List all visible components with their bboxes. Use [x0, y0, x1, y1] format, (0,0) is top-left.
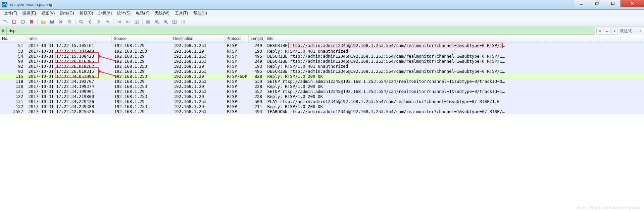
toolbar-autoscroll-icon[interactable]: [133, 18, 141, 26]
toolbar-find-icon[interactable]: [77, 18, 85, 26]
toolbar-colorize-icon[interactable]: [144, 18, 152, 26]
column-header-time[interactable]: Time: [26, 35, 112, 43]
toolbar-stop-icon[interactable]: [28, 18, 36, 26]
toolbar-goto-icon[interactable]: [103, 18, 111, 26]
packet-row[interactable]: 92 2017-10-31 17:22:26.018762 192.168.1.…: [0, 64, 644, 69]
cell-len: 828: [249, 74, 265, 79]
cell-len: 193: [249, 49, 265, 54]
column-header-len[interactable]: Length: [249, 35, 265, 43]
column-header-src[interactable]: Source: [112, 35, 171, 43]
packet-row[interactable]: 3557 2017-10-31 17:22:42.825526 192.168.…: [0, 109, 644, 114]
svg-rect-12: [146, 21, 150, 22]
cell-prot: RTSP: [225, 64, 249, 69]
menu-编辑[interactable]: 编辑(E): [20, 10, 39, 17]
svg-rect-8: [51, 20, 53, 21]
toolbar-zoom-reset-icon[interactable]: [170, 18, 179, 26]
menu-工具[interactable]: 工具(T): [172, 10, 191, 17]
cell-len: 495: [249, 54, 265, 59]
cell-info: DESCRIBE rtsp://admin:admin12345@192.168…: [265, 69, 644, 74]
packet-row[interactable]: 121 2017-10-31 17:22:34.199901 192.168.1…: [0, 89, 644, 94]
filter-bookmark-icon[interactable]: [0, 27, 6, 35]
toolbar-separator: [37, 18, 38, 25]
toolbar-options-icon[interactable]: [10, 18, 18, 26]
toolbar-open-icon[interactable]: [39, 18, 47, 26]
packet-row[interactable]: 53 2017-10-31 17:22:15.107948 192.168.1.…: [0, 49, 644, 54]
cell-src: 192.168.1.29: [112, 79, 171, 84]
toolbar-save-icon[interactable]: [48, 18, 56, 26]
filter-apply-button[interactable]: [604, 28, 610, 35]
cell-src: 192.168.1.253: [112, 84, 171, 89]
column-header-info[interactable]: Info: [265, 35, 644, 43]
menu-文件[interactable]: 文件(F): [1, 10, 20, 17]
cell-no: 92: [0, 64, 26, 69]
packet-row[interactable]: 118 2017-10-31 17:22:34.192707 192.168.1…: [0, 79, 644, 84]
filter-add-button[interactable]: +: [638, 29, 643, 34]
maximize-button[interactable]: [605, 0, 621, 7]
toolbar-first-icon[interactable]: [115, 18, 123, 26]
packet-row[interactable]: 51 2017-10-31 17:22:15.105161 192.168.1.…: [0, 43, 644, 49]
restore-button[interactable]: [589, 0, 605, 7]
packet-row[interactable]: 122 2017-10-31 17:22:34.219800 192.168.1…: [0, 94, 644, 99]
wireshark-icon: [2, 2, 7, 7]
menu-电话[interactable]: 电话(Y): [133, 10, 152, 17]
toolbar-start-capture-icon[interactable]: [1, 18, 9, 26]
packet-row[interactable]: 93 2017-10-31 17:22:26.019315 192.168.1.…: [0, 69, 644, 74]
column-header-no[interactable]: No.: [0, 35, 26, 43]
filter-recent-button[interactable]: ▾: [611, 28, 618, 35]
cell-info: Reply: RTSP/1.0 200 OK: [265, 74, 644, 79]
toolbar-zoom-in-icon[interactable]: [153, 18, 161, 26]
cell-time: 2017-10-31 17:22:15.105161: [26, 43, 112, 49]
filter-clear-button[interactable]: ✕: [596, 28, 603, 35]
packet-list-pane: No. Time Source Destination Protocol Len…: [0, 35, 644, 211]
packet-list-rows: 51 2017-10-31 17:22:15.105161 192.168.1.…: [0, 43, 644, 114]
column-header-dst[interactable]: Destination: [171, 35, 225, 43]
svg-rect-3: [611, 2, 614, 5]
expression-label[interactable]: 表达式…: [618, 28, 637, 34]
cell-src: 192.168.1.29: [112, 109, 171, 114]
column-header-prot[interactable]: Protocol: [225, 35, 249, 43]
cell-len: 509: [249, 99, 265, 104]
annotation-arrow-1: [99, 55, 119, 65]
packet-row[interactable]: 131 2017-10-31 17:22:34.220426 192.168.1…: [0, 99, 644, 104]
cell-time: 2017-10-31 17:22:15.107948: [26, 49, 112, 54]
toolbar-zoom-out-icon[interactable]: [162, 18, 170, 26]
toolbar-last-icon[interactable]: [124, 18, 132, 26]
packet-row[interactable]: 90 2017-10-31 17:22:26.016385 192.168.1.…: [0, 59, 644, 64]
toolbar-forward-icon[interactable]: [95, 18, 103, 26]
cell-src: 192.168.1.29: [112, 54, 171, 59]
packet-row[interactable]: 132 2017-10-31 17:22:34.239388 192.168.1…: [0, 104, 644, 109]
cell-prot: RTSP: [225, 69, 249, 74]
cell-src: 192.168.1.253: [112, 94, 171, 99]
toolbar-back-icon[interactable]: [86, 18, 94, 26]
cell-src: 192.168.1.253: [112, 104, 171, 109]
cell-len: 211: [249, 104, 265, 109]
cell-info: DESCRIBE rtsp://admin:admin12345@192.168…: [265, 43, 644, 49]
packet-list-header[interactable]: No. Time Source Destination Protocol Len…: [0, 35, 644, 43]
cell-time: 2017-10-31 17:22:42.825526: [26, 109, 112, 114]
menu-统计[interactable]: 统计(S): [114, 10, 133, 17]
cell-time: 2017-10-31 17:22:34.239388: [26, 104, 112, 109]
menu-无线[interactable]: 无线(W): [152, 10, 172, 17]
menu-捕获[interactable]: 捕获(C): [77, 10, 96, 17]
menu-视图[interactable]: 视图(V): [39, 10, 57, 17]
packet-row[interactable]: 115 2017-10-31 17:22:34.053096 192.168.1…: [0, 74, 644, 79]
packet-row[interactable]: 54 2017-10-31 17:22:15.108423 192.168.1.…: [0, 54, 644, 59]
cell-prot: RTSP/SDP: [225, 74, 249, 79]
packet-row[interactable]: 120 2017-10-31 17:22:34.199374 192.168.1…: [0, 84, 644, 89]
cell-dst: 192.168.1.253: [171, 43, 225, 49]
menu-分析[interactable]: 分析(A): [96, 10, 114, 17]
toolbar-reload-icon[interactable]: [65, 18, 73, 26]
toolbar-resize-columns-icon[interactable]: [179, 18, 187, 26]
toolbar-restart-icon[interactable]: [19, 18, 27, 26]
cell-src: 192.168.1.29: [112, 43, 171, 49]
toolbar-separator: [142, 18, 143, 25]
minimize-button[interactable]: [573, 0, 589, 7]
svg-rect-2: [596, 3, 598, 5]
menu-帮助[interactable]: 帮助(H): [191, 10, 210, 17]
display-filter-input[interactable]: [6, 27, 595, 35]
svg-rect-6: [30, 20, 33, 23]
close-button[interactable]: [621, 0, 644, 7]
cell-prot: RTSP: [225, 109, 249, 114]
toolbar-close-icon[interactable]: [57, 18, 65, 26]
menu-跳转[interactable]: 跳转(G): [57, 10, 77, 17]
